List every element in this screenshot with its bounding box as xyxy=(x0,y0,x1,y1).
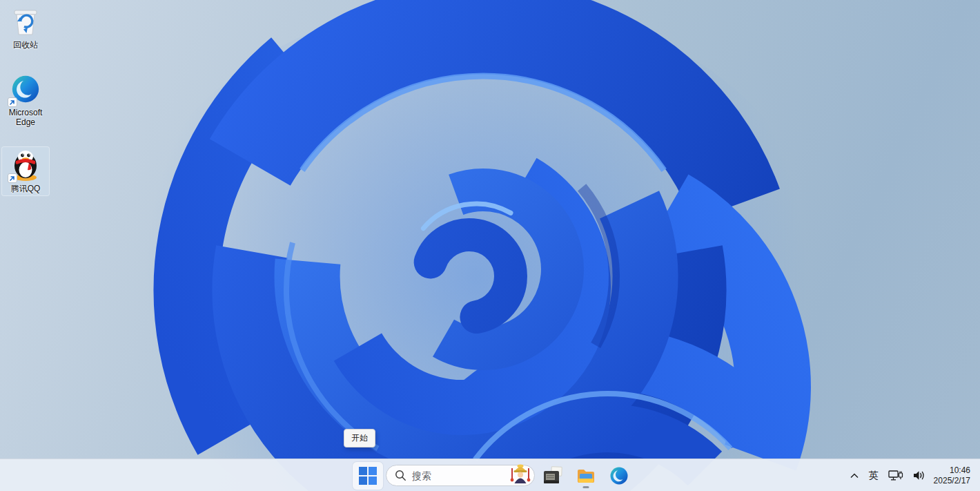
taskbar-center-group xyxy=(353,461,634,490)
clock-time: 10:46 xyxy=(934,465,970,476)
running-indicator xyxy=(583,486,589,488)
network-button[interactable] xyxy=(884,463,908,488)
search-input[interactable] xyxy=(412,470,503,481)
desktop-icon-tencent-qq[interactable]: 腾讯QQ xyxy=(1,146,50,196)
system-tray: 英 xyxy=(845,461,973,490)
desktop-icon-label: Microsoft Edge xyxy=(2,108,49,127)
edge-taskbar-icon xyxy=(609,465,629,486)
dark-app-icon xyxy=(542,465,563,486)
shortcut-arrow-icon xyxy=(8,173,17,183)
desktop-icon-label: 回收站 xyxy=(13,40,38,50)
qq-icon xyxy=(9,148,42,182)
shortcut-arrow-icon xyxy=(8,97,17,107)
recycle-bin-icon xyxy=(9,5,42,38)
chevron-up-icon xyxy=(850,473,859,479)
taskbar-app-edge[interactable] xyxy=(604,462,634,490)
ime-indicator[interactable]: 英 xyxy=(865,463,883,488)
start-button[interactable] xyxy=(353,462,383,490)
clock-date: 2025/2/17 xyxy=(934,476,970,486)
desktop: 回收站 Microsoft Edge xyxy=(0,0,980,491)
ime-label: 英 xyxy=(869,470,879,482)
clock[interactable]: 10:46 2025/2/17 xyxy=(931,463,973,488)
search-icon xyxy=(395,470,406,481)
desktop-icon-recycle-bin[interactable]: 回收站 xyxy=(1,3,50,52)
speaker-icon xyxy=(913,470,925,481)
edge-icon xyxy=(9,73,42,106)
file-explorer-icon xyxy=(576,465,596,486)
taskbar-app-dark-window[interactable] xyxy=(538,462,568,490)
taskbar: 英 xyxy=(0,459,980,491)
windows-logo-icon xyxy=(359,467,377,485)
hidden-icons-button[interactable] xyxy=(845,463,863,488)
desktop-icon-microsoft-edge[interactable]: Microsoft Edge xyxy=(1,70,50,130)
start-tooltip: 开始 xyxy=(344,429,375,447)
search-highlight-icon[interactable] xyxy=(509,462,532,485)
wallpaper-bloom xyxy=(0,0,980,491)
desktop-icon-label: 腾讯QQ xyxy=(11,184,41,193)
taskbar-search-box[interactable] xyxy=(386,465,535,486)
volume-button[interactable] xyxy=(909,463,930,488)
taskbar-app-file-explorer[interactable] xyxy=(571,462,601,490)
network-ethernet-icon xyxy=(888,470,903,481)
